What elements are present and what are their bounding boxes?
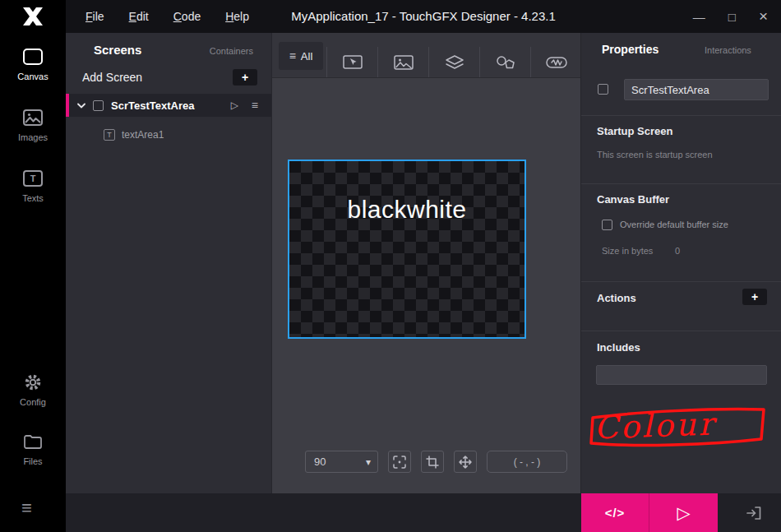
sidebar-item-config[interactable]: Config bbox=[0, 372, 66, 407]
sidebar-item-label: Texts bbox=[0, 193, 66, 203]
move-button[interactable] bbox=[454, 451, 477, 473]
actions-section-title: Actions bbox=[597, 292, 636, 304]
screen-tree-row[interactable]: ScrTestTextArea ▷ ≡ bbox=[66, 94, 271, 117]
tab-interactions[interactable]: Interactions bbox=[705, 45, 751, 55]
shapes-tool-button[interactable] bbox=[479, 47, 530, 77]
play-icon: ▷ bbox=[677, 503, 690, 523]
sidebar-item-label: Images bbox=[0, 132, 66, 142]
activity-sidebar: Canvas Images T Texts bbox=[0, 0, 66, 532]
layers-icon bbox=[446, 55, 464, 70]
startup-note: This screen is startup screen bbox=[597, 150, 713, 160]
canvas-buffer-section-title: Canvas Buffer bbox=[597, 193, 669, 206]
widget-name-label: textArea1 bbox=[122, 129, 164, 141]
menu-help[interactable]: Help bbox=[225, 10, 249, 23]
crop-icon bbox=[426, 456, 439, 469]
filter-all-label: All bbox=[301, 50, 312, 62]
sidebar-item-label: Files bbox=[0, 456, 66, 466]
tab-containers[interactable]: Containers bbox=[210, 46, 253, 56]
widget-tree-row[interactable]: T textArea1 bbox=[66, 125, 271, 145]
screen-artboard[interactable]: blackwhite bbox=[288, 160, 526, 339]
buffer-size-value: 0 bbox=[675, 246, 680, 256]
code-icon: </> bbox=[605, 506, 626, 520]
screen-menu-icon[interactable]: ≡ bbox=[252, 99, 258, 112]
plus-icon: + bbox=[751, 290, 758, 303]
menu-file[interactable]: File bbox=[85, 10, 104, 23]
screen-name-label: ScrTestTextArea bbox=[111, 99, 194, 112]
texts-icon-letter: T bbox=[30, 173, 36, 183]
menu-edit[interactable]: Edit bbox=[129, 10, 149, 23]
minimize-button[interactable]: — bbox=[693, 10, 705, 24]
titlebar[interactable]: MyApplication_17 - TouchGFX Designer - 4… bbox=[66, 0, 781, 33]
startup-section-title: Startup Screen bbox=[597, 125, 672, 137]
screen-select-checkbox[interactable] bbox=[598, 84, 608, 95]
tab-screens[interactable]: Screens bbox=[94, 43, 141, 57]
zoom-value: 90 bbox=[306, 456, 366, 468]
sidebar-item-files[interactable]: Files bbox=[0, 431, 66, 466]
section-divider bbox=[581, 281, 781, 282]
files-icon bbox=[23, 433, 43, 450]
bottom-bar: </> ▷ bbox=[66, 493, 781, 532]
chevron-down-icon: ▾ bbox=[366, 456, 377, 468]
sign-in-icon bbox=[746, 506, 762, 520]
sidebar-item-label: Config bbox=[0, 397, 66, 407]
includes-section-title: Includes bbox=[597, 341, 640, 354]
run-simulator-button[interactable]: ▷ bbox=[649, 493, 718, 532]
move-icon bbox=[459, 456, 472, 469]
sidebar-item-label: Canvas bbox=[0, 72, 66, 81]
chevron-down-icon[interactable] bbox=[77, 103, 85, 109]
sidebar-item-images[interactable]: Images bbox=[0, 107, 66, 142]
screen-checkbox[interactable] bbox=[93, 100, 104, 111]
screen-tool-button[interactable] bbox=[326, 47, 377, 77]
touchgfx-logo[interactable] bbox=[0, 0, 66, 33]
run-bar: </> ▷ bbox=[581, 493, 718, 532]
add-screen-label: Add Screen bbox=[82, 71, 142, 84]
section-divider bbox=[581, 331, 781, 331]
section-divider bbox=[581, 115, 781, 116]
container-tool-button[interactable] bbox=[428, 47, 479, 77]
canvas-area: ≡ All bbox=[271, 33, 580, 493]
fit-to-screen-button[interactable] bbox=[388, 451, 411, 473]
annotation-text: Colour bbox=[594, 405, 719, 446]
plus-icon: + bbox=[242, 71, 248, 84]
cursor-coordinates: ( - , - ) bbox=[487, 451, 567, 473]
filter-all-button[interactable]: ≡ All bbox=[279, 42, 323, 70]
image-tool-button[interactable] bbox=[377, 47, 428, 77]
add-action-button[interactable]: + bbox=[742, 289, 767, 305]
canvas-icon bbox=[23, 49, 43, 65]
button-tool-icon bbox=[546, 56, 567, 69]
zoom-select[interactable]: 90 ▾ bbox=[305, 451, 378, 473]
window-controls: — □ × bbox=[693, 0, 768, 33]
crop-button[interactable] bbox=[421, 451, 444, 473]
image-tool-icon bbox=[394, 55, 414, 70]
close-button[interactable]: × bbox=[759, 7, 768, 25]
texts-icon: T bbox=[23, 170, 43, 187]
tab-properties[interactable]: Properties bbox=[602, 43, 659, 56]
hamburger-icon: ≡ bbox=[21, 497, 32, 518]
screen-name-input[interactable] bbox=[624, 79, 769, 100]
screen-play-icon[interactable]: ▷ bbox=[231, 99, 238, 111]
includes-input[interactable] bbox=[596, 365, 767, 385]
override-buffer-label: Override default buffer size bbox=[620, 220, 728, 229]
textarea-widget[interactable]: blackwhite bbox=[289, 196, 525, 224]
buffer-size-label: Size in bytes bbox=[602, 246, 653, 256]
sign-in-button[interactable] bbox=[730, 493, 778, 532]
images-icon bbox=[23, 109, 43, 126]
generate-code-button[interactable]: </> bbox=[581, 493, 649, 532]
sidebar-item-texts[interactable]: T Texts bbox=[0, 168, 66, 203]
sidebar-item-canvas[interactable]: Canvas bbox=[0, 46, 66, 81]
add-screen-button[interactable]: + bbox=[233, 69, 257, 86]
annotation-scribble: Colour bbox=[586, 398, 770, 452]
menu-code[interactable]: Code bbox=[173, 10, 201, 23]
filter-icon: ≡ bbox=[289, 49, 296, 62]
textarea-icon-letter: T bbox=[107, 131, 112, 139]
gear-icon bbox=[23, 372, 43, 392]
touchgfx-designer-window: Canvas Images T Texts bbox=[0, 0, 781, 532]
screens-panel: Screens Containers Add Screen + ScrTestT… bbox=[66, 33, 271, 493]
textarea-widget-icon: T bbox=[104, 129, 115, 141]
button-tool-button[interactable] bbox=[530, 47, 581, 77]
properties-panel: Properties Interactions Startup Screen T… bbox=[580, 33, 781, 493]
sidebar-collapse-button[interactable]: ≡ bbox=[21, 497, 32, 519]
maximize-button[interactable]: □ bbox=[728, 10, 736, 24]
section-divider bbox=[581, 183, 781, 184]
override-buffer-checkbox[interactable] bbox=[602, 220, 612, 230]
